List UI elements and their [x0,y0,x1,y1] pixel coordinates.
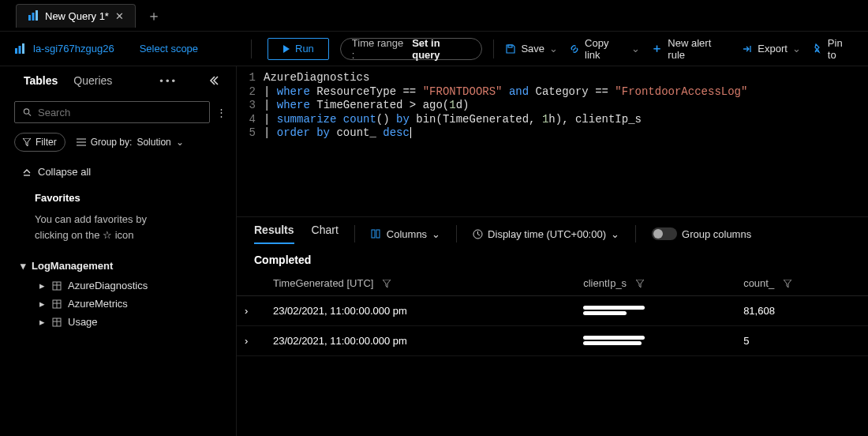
list-icon [77,138,86,146]
workspace-icon [14,43,25,54]
workspace-bar: la-sgi767hzgug26 Select scope Run Time r… [0,32,868,66]
search-icon [23,107,32,117]
time-range-label: Time range : [352,37,409,61]
svg-rect-0 [28,15,31,21]
tab-tables[interactable]: Tables [24,74,58,87]
filter-icon[interactable] [784,280,791,288]
svg-rect-3 [15,48,17,54]
plus-icon: ＋ [651,41,663,56]
column-header[interactable]: TimeGenerated [UTC] [265,271,575,296]
run-button[interactable]: Run [268,38,329,60]
search-input[interactable] [14,101,210,123]
cell-count: 81,608 [735,296,868,326]
table-node[interactable]: Usage [17,313,228,331]
tab-chart[interactable]: Chart [312,224,339,244]
svg-rect-7 [508,45,512,47]
filter-button[interactable]: Filter [14,133,65,152]
logs-icon [28,10,39,21]
filter-icon[interactable] [383,280,391,288]
favorites-header: Favorites [0,181,236,209]
svg-rect-4 [19,46,21,54]
divider [456,225,457,242]
caret-right-icon [38,298,46,310]
columns-button[interactable]: Columns ⌄ [371,228,440,240]
svg-marker-27 [383,280,391,288]
filter-icon[interactable] [636,280,644,288]
time-range-value: Set in query [412,37,470,61]
scope-area: la-sgi767hzgug26 Select scope [14,43,235,54]
group-logmanagement[interactable]: LogManagement [17,255,228,276]
caret-down-icon [19,260,27,272]
table-row[interactable]: › 23/02/2021, 11:00:00.000 pm 5 [237,326,868,356]
table-row[interactable]: › 23/02/2021, 11:00:00.000 pm 81,608 [237,296,868,326]
svg-rect-2 [36,10,38,21]
chevron-down-icon: ⌄ [792,43,801,54]
table-node[interactable]: AzureMetrics [17,295,228,313]
cell-count: 5 [735,326,868,356]
results-toolbar: Results Chart Columns ⌄ Display time (UT… [237,216,868,244]
caret-right-icon [38,316,46,328]
chevron-down-icon: ⌄ [176,137,184,148]
expand-row-icon[interactable]: › [237,326,265,356]
more-icon[interactable]: ⋮ [216,107,226,118]
link-icon [569,43,580,54]
divider [251,39,252,58]
new-tab-button[interactable]: ＋ [147,6,161,25]
column-header[interactable]: clientIp_s [575,271,735,296]
sidebar: Tables Queries ••• ⋮ Filter Group by: So… [0,66,237,436]
filter-icon [23,138,31,146]
sidebar-tabs: Tables Queries ••• [0,74,236,92]
collapse-sidebar-icon[interactable] [208,75,219,86]
more-icon[interactable]: ••• [159,75,178,87]
query-status: Completed [237,244,868,271]
column-header[interactable]: count_ [735,271,868,296]
svg-rect-1 [32,13,35,21]
svg-rect-5 [22,43,24,54]
toolbar: Run Time range : Set in query Save ⌄ Cop… [268,37,854,61]
divider [493,39,494,58]
export-button[interactable]: Export ⌄ [742,43,801,54]
tab-title: New Query 1* [45,10,109,22]
display-time-button[interactable]: Display time (UTC+00:00) ⌄ [473,228,619,240]
query-editor[interactable]: 1AzureDiagnostics 2| where ResourceType … [237,66,868,216]
table-node[interactable]: AzureDiagnostics [17,276,228,295]
clock-icon [473,229,483,239]
save-button[interactable]: Save ⌄ [505,43,558,54]
pin-icon [812,43,823,54]
results-table: TimeGenerated [UTC] clientIp_s count_ › … [237,271,868,356]
star-icon: ☆ [103,229,112,241]
collapse-icon [22,167,32,177]
save-icon [505,43,516,54]
table-icon [52,318,62,327]
new-alert-rule-button[interactable]: ＋ New alert rule [651,37,731,61]
cell-time: 23/02/2021, 11:00:00.000 pm [265,296,575,326]
workspace-name[interactable]: la-sgi767hzgug26 [33,43,114,54]
chevron-down-icon: ⌄ [432,228,440,240]
svg-marker-10 [23,138,31,146]
pin-to-button[interactable]: Pin to [812,37,854,61]
select-scope-link[interactable]: Select scope [140,43,198,54]
collapse-all-button[interactable]: Collapse all [0,158,236,181]
time-range-pill[interactable]: Time range : Set in query [340,38,483,60]
copy-link-button[interactable]: Copy link ⌄ [569,37,640,61]
expand-row-icon[interactable]: › [237,296,265,326]
tab-results[interactable]: Results [254,224,294,244]
search-field[interactable] [38,107,201,118]
table-icon [52,281,62,291]
cell-clientip [575,326,735,356]
group-columns-toggle[interactable]: Group columns [652,227,751,240]
play-icon [282,45,290,53]
columns-icon [371,229,382,239]
table-icon [52,299,62,309]
svg-marker-6 [283,45,290,53]
tables-tree: LogManagement AzureDiagnostics AzureMetr… [0,250,236,331]
divider [635,225,636,242]
chevron-down-icon: ⌄ [611,228,619,240]
svg-point-8 [24,109,28,114]
svg-rect-25 [376,230,380,238]
group-by-button[interactable]: Group by: Solution ⌄ [77,137,184,148]
close-icon[interactable]: ✕ [115,10,124,22]
tab-strip: New Query 1* ✕ ＋ [0,0,868,32]
tab-queries[interactable]: Queries [73,74,112,87]
query-tab[interactable]: New Query 1* ✕ [16,4,136,28]
